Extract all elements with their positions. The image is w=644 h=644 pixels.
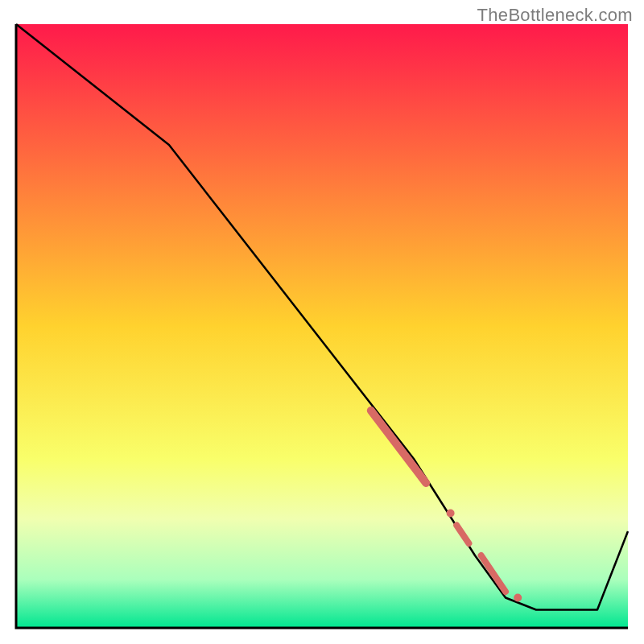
gradient-background xyxy=(16,24,628,628)
bottleneck-chart xyxy=(0,0,644,644)
highlight-dot xyxy=(447,510,455,518)
highlight-dot xyxy=(514,594,522,602)
watermark-text: TheBottleneck.com xyxy=(477,5,633,26)
chart-container: TheBottleneck.com xyxy=(0,0,644,644)
